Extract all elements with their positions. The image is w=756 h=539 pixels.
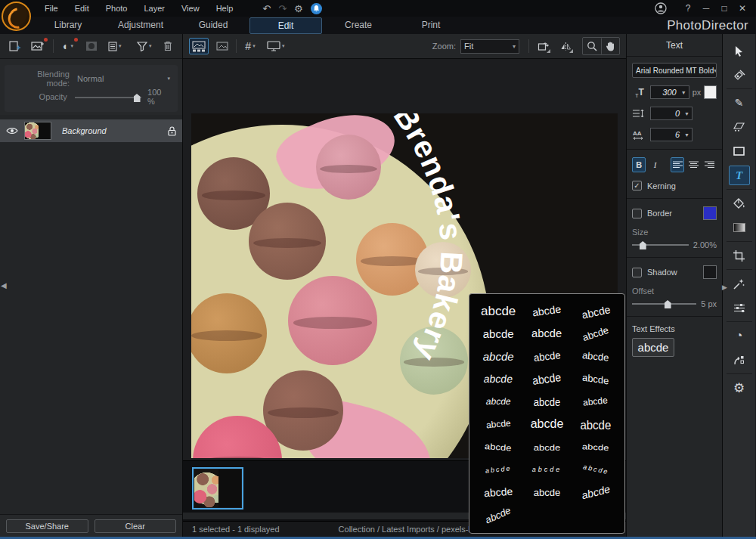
blending-mode-dropdown[interactable]: Normal▾ xyxy=(77,74,170,83)
clone-pie-tool[interactable]: ◔ xyxy=(729,326,750,345)
italic-button[interactable]: I xyxy=(648,157,662,172)
border-size-slider[interactable] xyxy=(632,240,689,249)
font-effect-sample[interactable]: abcde xyxy=(532,466,562,473)
font-effect-sample[interactable]: abcde xyxy=(534,442,560,451)
visibility-eye-icon[interactable] xyxy=(6,127,18,135)
shadow-offset-slider[interactable] xyxy=(632,299,696,308)
export-move-tool[interactable] xyxy=(729,350,750,370)
font-effect-sample[interactable]: abcde xyxy=(582,442,609,451)
font-effect-sample[interactable]: abcde xyxy=(582,372,609,386)
menu-view[interactable]: View xyxy=(173,2,208,15)
align-right-button[interactable] xyxy=(703,157,717,172)
tab-create[interactable]: Create xyxy=(322,17,395,34)
layer-menu-icon[interactable]: ▾ xyxy=(106,38,123,54)
design-stamp-tool[interactable] xyxy=(729,65,750,85)
help-button[interactable]: ? xyxy=(680,3,696,14)
font-effect-sample[interactable]: abcde xyxy=(485,465,512,475)
font-effect-sample[interactable]: abcde xyxy=(531,418,564,430)
shape-rectangle-tool[interactable] xyxy=(729,141,750,161)
font-effect-sample[interactable]: abcde xyxy=(532,303,562,318)
font-effect-sample[interactable]: abcde xyxy=(582,350,610,363)
view-single-icon[interactable] xyxy=(213,38,231,54)
filter-funnel-icon[interactable]: ▾ xyxy=(135,38,153,54)
selected-text-effect[interactable]: abcde xyxy=(632,338,674,357)
layer-row-background[interactable]: Background xyxy=(0,119,182,142)
maximize-button[interactable]: □ xyxy=(717,3,732,14)
font-effect-sample[interactable]: abcde xyxy=(485,419,511,430)
border-checkbox[interactable]: ✓ xyxy=(632,209,642,218)
font-effect-sample[interactable]: abcde xyxy=(581,324,610,342)
flip-icon[interactable] xyxy=(556,38,575,54)
import-image-layer-icon[interactable] xyxy=(29,38,47,54)
account-icon[interactable] xyxy=(655,2,667,14)
character-spacing-input[interactable]: 6▼ xyxy=(650,128,692,141)
mask-layer-icon[interactable] xyxy=(83,38,101,54)
tools-settings-gear-icon[interactable]: ⚙ xyxy=(729,378,750,398)
tab-adjustment[interactable]: Adjustment xyxy=(104,17,177,34)
soft-proof-monitor-icon[interactable]: ▾ xyxy=(264,38,288,54)
shadow-color-swatch[interactable] xyxy=(703,265,717,279)
font-effect-sample[interactable]: abcde xyxy=(483,328,514,339)
border-color-swatch[interactable] xyxy=(703,206,717,220)
tab-edit[interactable]: Edit xyxy=(249,17,322,34)
bold-button[interactable]: B xyxy=(632,157,646,172)
font-family-dropdown[interactable]: Arial Rounded MT Bold▾ xyxy=(632,63,717,78)
font-effect-sample[interactable]: abcde xyxy=(485,441,512,451)
undo-icon[interactable]: ↶ xyxy=(262,4,271,14)
menu-file[interactable]: File xyxy=(36,2,67,15)
adjustment-layer-icon[interactable]: ◐▾ xyxy=(60,38,77,54)
font-effect-sample[interactable]: abcde xyxy=(483,351,514,362)
tab-library[interactable]: Library xyxy=(32,17,104,34)
font-size-input[interactable]: 300▼ xyxy=(650,85,689,99)
adjustment-sliders-tool[interactable] xyxy=(729,298,750,318)
font-effect-sample[interactable]: abcde xyxy=(583,395,609,407)
panel-expander-arrow[interactable]: ▶ xyxy=(722,283,727,291)
font-effect-sample[interactable]: abcde xyxy=(484,486,513,499)
tab-print[interactable]: Print xyxy=(395,17,467,34)
clear-button[interactable]: Clear xyxy=(94,519,177,533)
filmstrip-thumbnail-selected[interactable] xyxy=(192,467,243,510)
pan-hand-tool[interactable] xyxy=(601,38,619,54)
align-left-button[interactable] xyxy=(671,157,684,172)
menu-help[interactable]: Help xyxy=(208,2,242,15)
lock-icon[interactable] xyxy=(168,126,176,136)
minimize-button[interactable]: ─ xyxy=(699,3,714,14)
eraser-tool[interactable] xyxy=(729,117,750,137)
font-effect-sample[interactable]: abcde xyxy=(580,418,611,431)
text-tool[interactable]: T xyxy=(729,166,750,185)
grid-overlay-icon[interactable]: #▾ xyxy=(241,38,259,54)
font-effect-sample[interactable]: abcde xyxy=(484,505,513,525)
tab-guided[interactable]: Guided xyxy=(177,17,249,34)
view-single-with-filmstrip-icon[interactable] xyxy=(189,38,209,54)
text-color-swatch[interactable] xyxy=(704,85,717,99)
shadow-checkbox[interactable]: ✓ xyxy=(632,268,642,277)
save-share-button[interactable]: Save/Share xyxy=(6,519,88,533)
zoom-loupe-tool[interactable] xyxy=(583,38,601,54)
font-effect-sample[interactable]: abcde xyxy=(582,463,609,475)
left-panel-collapse-arrow[interactable]: ◀ xyxy=(1,281,7,290)
font-effect-sample[interactable]: abcde xyxy=(532,371,562,387)
line-spacing-input[interactable]: 0▼ xyxy=(650,107,692,120)
magic-wand-tool[interactable] xyxy=(729,274,750,293)
font-effect-sample[interactable]: abcde xyxy=(533,349,561,362)
kerning-checkbox[interactable]: ✓ xyxy=(632,181,642,191)
crop-tool[interactable] xyxy=(729,246,750,265)
close-button[interactable]: ✕ xyxy=(735,3,750,14)
font-effect-sample[interactable]: abcde xyxy=(581,484,611,501)
rotate-canvas-icon[interactable] xyxy=(534,38,552,54)
gradient-tool[interactable] xyxy=(729,218,750,237)
redo-icon[interactable]: ↷ xyxy=(278,4,287,14)
font-effect-sample[interactable]: abcde xyxy=(481,305,516,318)
fill-bucket-tool[interactable] xyxy=(729,194,750,213)
notification-bell-icon[interactable] xyxy=(311,3,322,14)
pencil-brush-tool[interactable]: ✎ xyxy=(729,93,750,113)
opacity-slider[interactable] xyxy=(75,92,141,101)
font-effect-sample[interactable]: abcde xyxy=(534,395,560,407)
font-effect-sample[interactable]: abcde xyxy=(534,488,560,497)
align-center-button[interactable] xyxy=(686,157,700,172)
delete-layer-trash-icon[interactable] xyxy=(159,38,176,54)
settings-gear-icon[interactable]: ⚙ xyxy=(294,4,303,14)
menu-layer[interactable]: Layer xyxy=(135,2,173,15)
menu-photo[interactable]: Photo xyxy=(98,2,136,15)
select-pointer-tool[interactable] xyxy=(729,41,750,60)
